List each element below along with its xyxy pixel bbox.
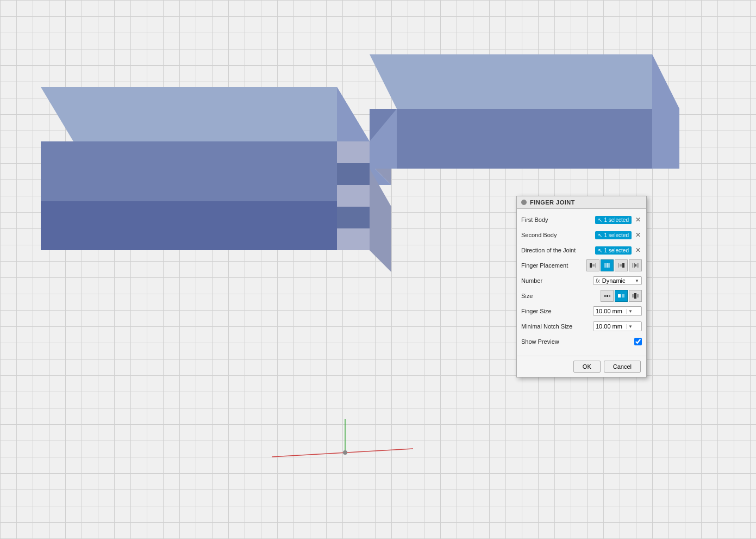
first-body-clear-btn[interactable]: ✕	[634, 216, 642, 224]
svg-marker-9	[337, 141, 370, 163]
svg-rect-37	[609, 295, 610, 297]
svg-point-2	[343, 450, 347, 455]
placement-icon-3[interactable]	[615, 259, 628, 271]
second-body-controls: ↖ 1 selected ✕	[595, 231, 642, 239]
number-row: Number fx Dynamic ▼	[517, 273, 646, 288]
number-dropdown[interactable]: fx Dynamic ▼	[593, 276, 642, 285]
svg-marker-12	[337, 163, 370, 185]
first-body-value: 1 selected	[604, 217, 629, 223]
svg-marker-7	[370, 109, 652, 169]
svg-rect-25	[604, 263, 606, 268]
size-row: Size	[517, 288, 646, 303]
size-icon-2[interactable]	[615, 290, 628, 302]
number-label: Number	[521, 277, 593, 284]
svg-marker-16	[337, 207, 370, 228]
svg-rect-24	[595, 263, 596, 268]
placement-icon-4[interactable]	[629, 259, 642, 271]
svg-rect-39	[622, 294, 624, 298]
svg-rect-29	[620, 264, 622, 267]
direction-row: Direction of the Joint ↖ 1 selected ✕	[517, 243, 646, 258]
cursor-icon-2: ↖	[598, 232, 602, 238]
svg-rect-32	[634, 263, 635, 268]
show-preview-checkbox-area	[634, 338, 642, 345]
svg-rect-23	[592, 264, 595, 267]
second-body-label: Second Body	[521, 232, 595, 238]
svg-rect-33	[635, 264, 636, 267]
dialog-title: FINGER JOINT	[530, 199, 575, 206]
svg-marker-6	[370, 54, 679, 109]
finger-size-field[interactable]: ▼	[593, 306, 642, 316]
size-label: Size	[521, 293, 601, 299]
show-preview-row: Show Preview	[517, 334, 646, 349]
placement-icon-2[interactable]	[601, 259, 614, 271]
minimal-notch-field[interactable]: ▼	[593, 321, 642, 331]
minimal-notch-input[interactable]	[593, 322, 626, 331]
svg-marker-13	[337, 185, 370, 207]
svg-rect-42	[637, 294, 639, 298]
first-body-selected-btn[interactable]: ↖ 1 selected	[595, 216, 632, 224]
direction-label: Direction of the Joint	[521, 247, 595, 253]
first-body-controls: ↖ 1 selected ✕	[595, 216, 642, 224]
size-icon-3[interactable]	[629, 290, 642, 302]
svg-rect-28	[618, 263, 619, 268]
direction-controls: ↖ 1 selected ✕	[595, 246, 642, 255]
minimal-notch-row: Minimal Notch Size ▼	[517, 319, 646, 334]
svg-rect-38	[618, 294, 621, 298]
cancel-button[interactable]: Cancel	[604, 361, 641, 373]
second-body-value: 1 selected	[604, 232, 629, 238]
direction-clear-btn[interactable]: ✕	[634, 246, 642, 254]
dialog-title-bar: FINGER JOINT	[517, 196, 646, 209]
dialog-body: First Body ↖ 1 selected ✕ Second Body ↖ …	[517, 209, 646, 354]
finger-size-label: Finger Size	[521, 308, 593, 314]
svg-rect-35	[604, 295, 606, 297]
finger-placement-row: Finger Placement	[517, 258, 646, 273]
svg-rect-41	[634, 293, 636, 299]
size-icon-1[interactable]	[601, 290, 614, 302]
ok-button[interactable]: OK	[573, 361, 601, 373]
first-body-label: First Body	[521, 216, 595, 223]
direction-value: 1 selected	[604, 247, 629, 253]
svg-rect-26	[607, 263, 608, 268]
finger-size-unit-arrow[interactable]: ▼	[626, 309, 634, 314]
cursor-icon-1: ↖	[598, 217, 602, 223]
number-dropdown-arrow: ▼	[635, 278, 639, 283]
minimal-notch-label: Minimal Notch Size	[521, 323, 593, 330]
dialog-title-dot	[521, 200, 527, 205]
show-preview-checkbox[interactable]	[634, 338, 642, 345]
svg-marker-19	[41, 201, 337, 250]
finger-placement-label: Finger Placement	[521, 262, 586, 269]
first-body-row: First Body ↖ 1 selected ✕	[517, 212, 646, 227]
svg-rect-27	[608, 263, 610, 268]
svg-rect-22	[590, 263, 592, 268]
placement-icon-1[interactable]	[586, 259, 599, 271]
svg-rect-40	[632, 294, 634, 298]
second-body-row: Second Body ↖ 1 selected ✕	[517, 227, 646, 243]
dialog-footer: OK Cancel	[517, 356, 646, 377]
fx-icon: fx	[596, 278, 600, 284]
svg-marker-17	[337, 228, 370, 250]
finger-joint-dialog: FINGER JOINT First Body ↖ 1 selected ✕ S…	[516, 196, 647, 377]
finger-size-row: Finger Size ▼	[517, 303, 646, 319]
cursor-icon-3: ↖	[598, 247, 602, 253]
number-value: Dynamic	[602, 277, 626, 284]
svg-marker-3	[41, 87, 370, 141]
show-preview-label: Show Preview	[521, 338, 634, 345]
second-body-clear-btn[interactable]: ✕	[634, 231, 642, 239]
size-controls	[601, 290, 642, 302]
second-body-selected-btn[interactable]: ↖ 1 selected	[595, 231, 632, 239]
svg-rect-36	[607, 295, 608, 297]
svg-rect-34	[637, 263, 639, 268]
svg-line-0	[272, 449, 413, 457]
svg-rect-30	[622, 263, 624, 268]
svg-rect-31	[632, 263, 633, 268]
finger-placement-controls	[586, 259, 642, 271]
minimal-notch-unit-arrow[interactable]: ▼	[626, 324, 634, 329]
finger-size-input[interactable]	[593, 307, 626, 315]
svg-marker-8	[652, 54, 679, 169]
svg-marker-4	[41, 141, 337, 201]
direction-selected-btn[interactable]: ↖ 1 selected	[595, 246, 632, 255]
